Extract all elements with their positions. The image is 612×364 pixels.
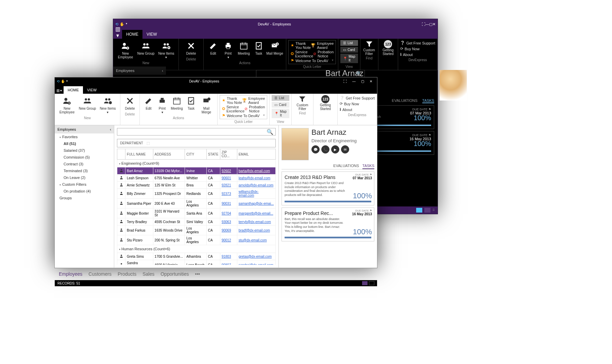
nav-item[interactable]: Customers: [88, 271, 112, 277]
close-button[interactable]: ✕: [432, 22, 436, 26]
ql-service[interactable]: ✪Service Excellence: [222, 105, 244, 113]
new-items-button[interactable]: New Items▾: [98, 95, 118, 115]
tab-home[interactable]: HOME: [122, 30, 142, 39]
table-row[interactable]: Billy Zimmer1325 Prospect DrRedlandsCA92…: [117, 189, 276, 199]
sidebar-terminated[interactable]: Terminated (3): [55, 167, 114, 174]
nav-item[interactable]: Sales: [142, 271, 154, 277]
col-state[interactable]: STATE: [206, 149, 220, 160]
ql-thank[interactable]: ★Thank You Note: [291, 41, 311, 50]
resize-grip[interactable]: ⠿: [432, 208, 435, 212]
filter-icon[interactable]: [298, 95, 306, 103]
table-row[interactable]: Brad Farkus1635 Woods DriveLos AngelesCA…: [117, 225, 276, 235]
fullscreen-button[interactable]: ⛶: [341, 79, 350, 83]
sidebar-contract[interactable]: Contract (3): [55, 161, 114, 167]
new-group-button[interactable]: New Group: [136, 40, 156, 60]
table-row[interactable]: Stu Pizaro200 N. Spring StLos AngelesCA9…: [117, 235, 276, 245]
edit-button[interactable]: Edit: [142, 95, 155, 115]
view-card[interactable]: ▭ Card: [340, 47, 358, 53]
ql-award[interactable]: 🏆Employee Award: [242, 96, 265, 105]
new-employee-button[interactable]: New Employee: [57, 95, 77, 115]
col-email[interactable]: EMAIL: [237, 149, 275, 160]
link-support[interactable]: ❔ Get Free Support: [340, 96, 375, 100]
ql-expand[interactable]: ▾: [263, 113, 265, 118]
view-toggle-2[interactable]: [369, 281, 374, 285]
ql-welcome[interactable]: ⚑Welcome To DevAV: [291, 58, 328, 63]
sidebar-probation[interactable]: On probation (4): [55, 188, 114, 195]
group-row[interactable]: Human Resources (Count=6): [117, 245, 276, 253]
task-card[interactable]: DUE DATE ⚑07 Mar 2013Create 2013 R&D Pla…: [282, 171, 374, 205]
getting-started-icon[interactable]: 123: [384, 40, 392, 48]
view-card[interactable]: ▭ Card: [272, 102, 289, 108]
link-about[interactable]: ℹ About: [340, 107, 375, 112]
ql-award[interactable]: 🏆Employee Award: [311, 41, 334, 50]
edit-button[interactable]: Edit: [206, 40, 221, 60]
mailmerge-button[interactable]: Mail Merge: [198, 95, 215, 115]
sidebar-groups[interactable]: Groups: [55, 195, 114, 201]
new-group-button[interactable]: New Group: [77, 95, 98, 115]
col-zip[interactable]: ZIP CO...: [220, 149, 237, 160]
video-icon[interactable]: ▶: [331, 145, 339, 153]
view-toggle-1[interactable]: [362, 281, 368, 285]
new-items-button[interactable]: New Items▾: [156, 40, 176, 60]
qat-icon[interactable]: ✋: [61, 79, 65, 83]
nav-item[interactable]: Employees: [59, 271, 82, 277]
nav-item[interactable]: Products: [118, 271, 136, 277]
view-map[interactable]: 📍 Map It: [340, 54, 358, 63]
mail-icon[interactable]: ✉: [341, 145, 349, 153]
table-row[interactable]: Terry Bradley4595 Cochran StSimi ValleyC…: [117, 218, 276, 225]
view-map[interactable]: 📍 Map It: [272, 109, 289, 118]
ribbon-sys[interactable]: ▥ ▾: [55, 89, 64, 94]
new-employee-button[interactable]: New Employee: [115, 40, 136, 60]
search-input[interactable]: [119, 130, 267, 134]
tab-tasks[interactable]: TASKS: [362, 164, 374, 169]
link-buy[interactable]: ⟳ Buy Now: [400, 47, 435, 51]
ql-expand[interactable]: ▾: [332, 58, 334, 63]
meeting-button[interactable]: Meeting: [236, 40, 252, 60]
collapse-icon[interactable]: ‹: [110, 127, 111, 131]
table-row[interactable]: Samantha Piper200 E Ave 43Los AngelesCA9…: [117, 199, 276, 208]
sidebar-custom[interactable]: Custom Filters: [55, 181, 114, 188]
task-card[interactable]: DUE DATE ⚑16 May 2013Prepare Product Rec…: [282, 207, 374, 241]
ql-service[interactable]: ✪Service Excellence: [291, 50, 313, 58]
maximize-button[interactable]: ▢: [429, 22, 432, 26]
view-toggle-2[interactable]: [424, 208, 430, 213]
meeting-button[interactable]: Meeting: [169, 95, 185, 115]
ql-thank[interactable]: ★Thank You Note: [222, 96, 242, 105]
tab-view[interactable]: VIEW: [142, 30, 161, 39]
minimize-button[interactable]: —: [425, 22, 429, 26]
sidebar-commission[interactable]: Commission (5): [55, 154, 114, 161]
link-buy[interactable]: ⟳ Buy Now: [340, 102, 375, 106]
nav-item[interactable]: •••: [195, 271, 200, 277]
delete-button[interactable]: Delete: [122, 95, 137, 112]
call-icon[interactable]: 📞: [321, 145, 329, 153]
filter-icon[interactable]: [365, 40, 373, 48]
mailmerge-button[interactable]: Mail Merge: [266, 40, 284, 60]
tab-tasks[interactable]: TASKS: [422, 98, 434, 103]
table-row[interactable]: Bart Arnaz13109 Old Myfor...IrvineCA9260…: [117, 167, 276, 175]
view-toggle-1[interactable]: [416, 208, 422, 213]
view-list[interactable]: ☰ List: [340, 40, 358, 46]
view-list[interactable]: ☰ List: [272, 95, 289, 101]
col-city[interactable]: CITY: [185, 149, 206, 160]
col-fullname[interactable]: FULL NAME: [125, 149, 153, 160]
getting-started-icon[interactable]: 123: [321, 95, 329, 103]
ql-probation[interactable]: ⊘Probation Notice: [244, 105, 265, 113]
minimize-button[interactable]: —: [350, 79, 358, 83]
collapse-icon[interactable]: ‹: [162, 69, 163, 73]
table-row[interactable]: Arnie Schwartz125 W Elm StBreaCA92821arn…: [117, 182, 276, 189]
tab-home[interactable]: HOME: [64, 86, 83, 94]
maximize-button[interactable]: ▢: [358, 79, 367, 83]
ql-probation[interactable]: ⊘Probation Notice: [313, 50, 334, 58]
sidebar-favorites[interactable]: Favorites: [55, 133, 114, 140]
tab-evaluations[interactable]: EVALUATIONS: [333, 164, 359, 169]
search-icon[interactable]: 🔍: [267, 129, 273, 135]
print-button[interactable]: Print▾: [221, 40, 236, 60]
search-box[interactable]: 🔍: [117, 128, 276, 135]
chat-icon[interactable]: 💬: [311, 145, 320, 153]
nav-item[interactable]: Opportunities: [160, 271, 189, 277]
fullscreen-button[interactable]: ⛶: [422, 22, 425, 26]
table-row[interactable]: Maggie Boxter3101 W Harvard StSanta AnaC…: [117, 208, 276, 218]
close-button[interactable]: ✕: [367, 79, 375, 83]
tab-evaluations[interactable]: EVALUATIONS: [392, 98, 417, 103]
sidebar-all[interactable]: All (51): [55, 140, 114, 147]
